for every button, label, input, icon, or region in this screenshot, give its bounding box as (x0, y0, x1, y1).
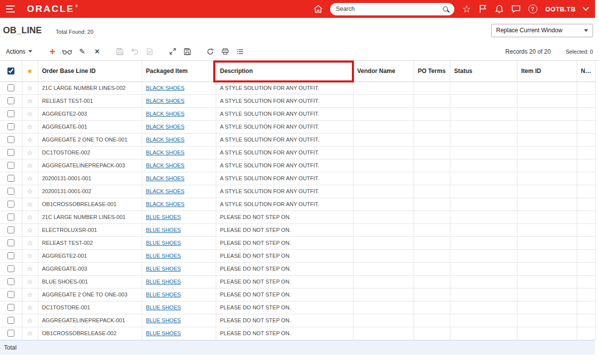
row-checkbox[interactable] (7, 304, 14, 311)
table-row[interactable]: ☆ AGGREGATE 2 ONE TO ONE-001 BLACK SHOES… (0, 133, 595, 146)
packaged-item-link[interactable]: BLACK SHOES (146, 149, 185, 155)
row-checkbox[interactable] (7, 317, 14, 324)
packaged-item-link[interactable]: BLUE SHOES (146, 291, 181, 297)
table-row[interactable]: ☆ AGGREGTE2-003 BLACK SHOES A STYLE SOLU… (0, 107, 595, 120)
user-menu[interactable]: OOTB.TB (545, 5, 576, 13)
packaged-item-link[interactable]: BLUE SHOES (146, 304, 181, 310)
row-checkbox[interactable] (7, 265, 14, 272)
row-checkbox[interactable] (7, 110, 14, 117)
table-row[interactable]: ☆ 20200131-0001-001 BLACK SHOES A STYLE … (0, 172, 595, 185)
undo-icon[interactable] (129, 46, 141, 58)
table-row[interactable]: ☆ AGGREGATE-003 BLUE SHOES PLEASE DO NOT… (0, 262, 595, 275)
select-all-checkbox[interactable] (7, 68, 14, 74)
favorite-star-icon[interactable]: ☆ (27, 123, 33, 131)
column-header-packaged-item[interactable]: Packaged Item (142, 61, 216, 81)
table-row[interactable]: ☆ 20200131-0001-002 BLACK SHOES A STYLE … (0, 185, 595, 198)
user-menu-chevron-down-icon[interactable] (583, 4, 589, 11)
column-header-order-base-line-id[interactable]: Order Base Line ID (38, 61, 142, 81)
table-row[interactable]: ☆ AGGREGATE 2 ONE TO ONE-003 BLUE SHOES … (0, 288, 595, 301)
column-header-nlt[interactable]: NLT (577, 61, 595, 81)
row-checkbox[interactable] (7, 226, 14, 233)
table-row[interactable]: ☆ 21C LARGE NUMBER LINES-002 BLACK SHOES… (0, 81, 595, 94)
hamburger-menu-icon[interactable] (6, 5, 15, 12)
save-view-icon[interactable] (181, 46, 193, 58)
column-header-vendor-name[interactable]: Vendor Name (353, 61, 414, 81)
row-checkbox[interactable] (7, 278, 14, 285)
expand-icon[interactable] (167, 46, 178, 58)
row-checkbox[interactable] (7, 97, 14, 104)
table-row[interactable]: ☆ DC1TOSTORE-002 BLACK SHOES A STYLE SOL… (0, 146, 595, 159)
detail-list-icon[interactable] (234, 46, 246, 58)
row-checkbox[interactable] (7, 239, 14, 246)
row-checkbox[interactable] (7, 123, 14, 130)
packaged-item-link[interactable]: BLACK SHOES (146, 137, 185, 143)
packaged-item-link[interactable]: BLUE SHOES (146, 227, 181, 233)
table-row[interactable]: ☆ AGGREGTE2-001 BLUE SHOES PLEASE DO NOT… (0, 249, 595, 262)
favorite-star-header-icon[interactable]: ★ (27, 67, 33, 75)
column-header-po-terms[interactable]: PO Terms (414, 61, 450, 81)
row-checkbox[interactable] (7, 214, 14, 220)
table-row[interactable]: ☆ AGGREGATELINEPREPACK-001 BLUE SHOES PL… (0, 314, 595, 327)
favorite-star-icon[interactable]: ☆ (27, 226, 33, 234)
favorites-star-icon[interactable]: ☆ (462, 4, 471, 14)
packaged-item-link[interactable]: BLUE SHOES (146, 330, 181, 336)
favorite-star-icon[interactable]: ☆ (27, 97, 33, 105)
packaged-item-link[interactable]: BLACK SHOES (146, 162, 185, 168)
notifications-bell-icon[interactable] (495, 4, 504, 13)
favorite-star-icon[interactable]: ☆ (27, 214, 33, 221)
row-checkbox[interactable] (7, 330, 14, 337)
favorite-star-icon[interactable]: ☆ (27, 162, 33, 169)
favorite-star-icon[interactable]: ☆ (27, 291, 33, 298)
packaged-item-link[interactable]: BLACK SHOES (146, 201, 185, 207)
view-icon[interactable] (61, 46, 73, 58)
column-header-item-id[interactable]: Item ID (517, 61, 577, 81)
favorite-star-icon[interactable]: ☆ (27, 188, 33, 195)
table-row[interactable]: ☆ AGGREGATELINEPREPACK-003 BLACK SHOES A… (0, 159, 595, 172)
packaged-item-link[interactable]: BLUE SHOES (146, 317, 181, 323)
favorite-star-icon[interactable]: ☆ (27, 201, 33, 208)
mass-edit-icon[interactable] (144, 46, 156, 58)
window-mode-select[interactable]: Replace Current Window (491, 24, 593, 37)
table-row[interactable]: ☆ OB1CROSSOBRELEASE-001 BLACK SHOES A ST… (0, 198, 595, 211)
table-row[interactable]: ☆ BLUE SHOES-001 BLUE SHOES PLEASE DO NO… (0, 275, 595, 288)
packaged-item-link[interactable]: BLUE SHOES (146, 279, 181, 285)
packaged-item-link[interactable]: BLACK SHOES (146, 111, 185, 117)
packaged-item-link[interactable]: BLACK SHOES (146, 85, 185, 91)
table-row[interactable]: ☆ 21C LARGE NUMBER LINES-001 BLUE SHOES … (0, 211, 595, 223)
delete-icon[interactable]: × (91, 46, 103, 58)
refresh-icon[interactable] (204, 46, 216, 58)
packaged-item-link[interactable]: BLACK SHOES (146, 98, 185, 104)
favorite-star-icon[interactable]: ☆ (27, 110, 33, 118)
flag-icon[interactable] (479, 4, 487, 13)
row-checkbox[interactable] (7, 136, 14, 143)
packaged-item-link[interactable]: BLUE SHOES (146, 240, 181, 246)
table-row[interactable]: ☆ OB1CROSSOBRELEASE-002 BLUE SHOES PLEAS… (0, 327, 595, 340)
packaged-item-link[interactable]: BLACK SHOES (146, 188, 185, 194)
table-row[interactable]: ☆ AGGREGATE-001 BLACK SHOES A STYLE SOLU… (0, 120, 595, 133)
packaged-item-link[interactable]: BLACK SHOES (146, 175, 185, 181)
row-checkbox[interactable] (7, 291, 14, 298)
favorite-star-icon[interactable]: ☆ (27, 84, 33, 92)
favorite-star-icon[interactable]: ☆ (27, 278, 33, 286)
search-icon[interactable] (443, 6, 448, 11)
favorite-star-icon[interactable]: ☆ (27, 175, 33, 182)
favorite-star-icon[interactable]: ☆ (27, 136, 33, 144)
actions-dropdown[interactable]: Actions (6, 48, 32, 55)
add-icon[interactable]: + (46, 46, 58, 58)
table-row[interactable]: ☆ DC1TOSTORE-001 BLUE SHOES PLEASE DO NO… (0, 301, 595, 314)
packaged-item-link[interactable]: BLUE SHOES (146, 266, 181, 272)
favorite-star-icon[interactable]: ☆ (27, 317, 33, 324)
favorite-star-icon[interactable]: ☆ (27, 149, 33, 156)
row-checkbox[interactable] (7, 84, 14, 91)
favorite-star-icon[interactable]: ☆ (27, 304, 33, 311)
help-icon[interactable]: ? (528, 4, 537, 13)
messages-chat-icon[interactable] (512, 5, 520, 13)
favorite-star-icon[interactable]: ☆ (27, 239, 33, 247)
table-row[interactable]: ☆ ELECTROLUXSR-001 BLUE SHOES PLEASE DO … (0, 223, 595, 236)
table-row[interactable]: ☆ RELEAST TEST-002 BLUE SHOES PLEASE DO … (0, 236, 595, 249)
row-checkbox[interactable] (7, 201, 14, 208)
packaged-item-link[interactable]: BLACK SHOES (146, 124, 185, 130)
print-icon[interactable] (219, 46, 231, 58)
favorite-star-icon[interactable]: ☆ (27, 330, 33, 337)
row-checkbox[interactable] (7, 175, 14, 182)
